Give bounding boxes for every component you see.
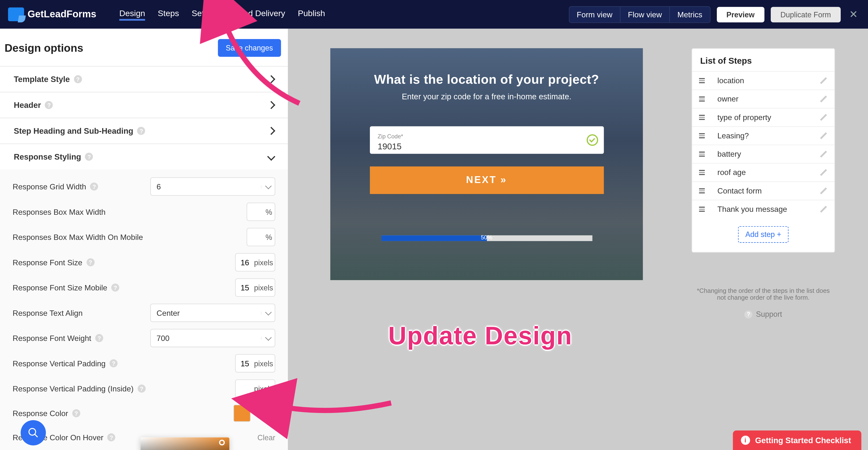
tab-settings[interactable]: Settings (192, 8, 222, 20)
step-name: Contact form (717, 187, 762, 195)
section-template-style[interactable]: Template Style? (0, 66, 288, 92)
box-max-width-input[interactable]: % (247, 202, 275, 221)
field-label: Responses Box Max Width (13, 207, 105, 216)
edit-icon[interactable] (819, 132, 828, 140)
step-name: location (717, 76, 744, 85)
help-icon[interactable]: ? (45, 101, 53, 109)
flow-view-button[interactable]: Flow view (620, 7, 669, 22)
step-item[interactable]: Leasing? (692, 126, 834, 144)
step-name: owner (717, 95, 739, 103)
preview-canvas: What is the location of your project? En… (288, 29, 868, 450)
section-label: Template Style (14, 75, 70, 84)
duplicate-form-button[interactable]: Duplicate Form (771, 7, 841, 22)
edit-icon[interactable] (819, 150, 828, 158)
text-align-select[interactable]: Center (150, 304, 275, 322)
drag-handle-icon[interactable] (699, 170, 705, 175)
edit-icon[interactable] (819, 187, 828, 195)
vpad-inside-input[interactable]: pixels (235, 379, 275, 398)
section-response-styling[interactable]: Response Styling? (0, 143, 288, 169)
help-fab[interactable] (21, 420, 46, 445)
drag-handle-icon[interactable] (699, 188, 705, 193)
edit-icon[interactable] (819, 77, 828, 85)
picker-cursor-icon[interactable] (219, 440, 225, 446)
field-label: Response Vertical Padding (Inside) (13, 384, 134, 393)
step-name: roof age (717, 168, 746, 177)
font-size-mobile-input[interactable]: pixels (235, 278, 275, 297)
help-icon[interactable]: ? (86, 258, 94, 266)
tab-publish[interactable]: Publish (298, 8, 325, 20)
grid-width-select[interactable]: 6 (150, 177, 275, 196)
section-label: Response Styling (14, 152, 81, 161)
drag-handle-icon[interactable] (699, 133, 705, 138)
tab-design[interactable]: Design (119, 8, 145, 20)
help-icon[interactable]: ? (74, 75, 82, 83)
edit-icon[interactable] (819, 168, 828, 176)
sidebar-title: Design options (5, 42, 83, 54)
color-picker-panel[interactable] (141, 437, 229, 450)
form-title: What is the location of your project? (374, 72, 599, 87)
help-icon[interactable]: ? (107, 433, 116, 442)
dropdown-icon (261, 337, 275, 339)
field-label: Response Grid Width (13, 182, 86, 191)
clear-color-link[interactable]: Clear (257, 433, 275, 442)
chevron-right-icon (267, 127, 275, 135)
section-label: Step Heading and Sub-Heading (14, 126, 133, 136)
field-label: Responses Box Max Width On Mobile (13, 233, 143, 241)
help-icon[interactable]: ? (85, 153, 93, 161)
step-name: Thank you message (717, 205, 787, 214)
drag-handle-icon[interactable] (699, 78, 705, 83)
vpad-input[interactable]: pixels (235, 354, 275, 372)
drag-handle-icon[interactable] (699, 152, 705, 157)
help-icon[interactable]: ? (137, 385, 146, 393)
checklist-button[interactable]: i Getting Started Checklist (733, 430, 861, 450)
step-item[interactable]: roof age (692, 163, 834, 181)
metrics-button[interactable]: Metrics (669, 7, 710, 22)
drag-handle-icon[interactable] (699, 207, 705, 212)
edit-icon[interactable] (819, 205, 828, 213)
tab-steps[interactable]: Steps (158, 8, 179, 20)
step-item[interactable]: Contact form (692, 181, 834, 200)
form-preview: What is the location of your project? En… (330, 48, 643, 280)
form-view-button[interactable]: Form view (569, 7, 620, 22)
drag-handle-icon[interactable] (699, 115, 705, 120)
next-button[interactable]: NEXT » (370, 166, 604, 194)
help-icon[interactable]: ? (112, 284, 120, 291)
valid-check-icon (586, 134, 598, 146)
logo-mark-icon (8, 7, 24, 21)
add-step-button[interactable]: Add step + (738, 226, 788, 243)
clear-color-link[interactable]: Clear (257, 409, 275, 418)
chevron-right-icon (267, 75, 275, 83)
zip-code-field[interactable]: Zip Code* 19015 (370, 126, 604, 154)
help-icon[interactable]: ? (90, 182, 98, 191)
section-step-heading[interactable]: Step Heading and Sub-Heading? (0, 118, 288, 143)
help-icon[interactable]: ? (72, 409, 80, 417)
step-item[interactable]: battery (692, 145, 834, 163)
help-icon[interactable]: ? (110, 359, 118, 367)
support-link[interactable]: ?Support (692, 310, 835, 318)
chevron-right-icon (267, 101, 275, 109)
tab-lead-delivery[interactable]: Lead Delivery (234, 8, 285, 20)
step-item[interactable]: owner (692, 89, 834, 108)
step-item[interactable]: type of property (692, 108, 834, 126)
drag-handle-icon[interactable] (699, 96, 705, 102)
font-size-input[interactable]: pixels (235, 253, 275, 271)
edit-icon[interactable] (819, 95, 828, 103)
dropdown-icon (261, 311, 275, 314)
save-changes-button[interactable]: Save changes (218, 39, 281, 57)
field-label: Response Vertical Padding (13, 359, 105, 367)
dropdown-icon (261, 185, 275, 188)
step-item[interactable]: location (692, 71, 834, 89)
preview-button[interactable]: Preview (717, 7, 764, 22)
close-icon[interactable]: ✕ (847, 8, 860, 21)
step-item[interactable]: Thank you message (692, 200, 834, 218)
help-icon[interactable]: ? (137, 127, 145, 135)
color-swatch[interactable] (233, 404, 251, 422)
top-navbar: GetLeadForms Design Steps Settings Lead … (0, 0, 868, 29)
font-weight-select[interactable]: 700 (150, 329, 275, 347)
section-label: Header (14, 101, 41, 110)
help-icon: ? (744, 310, 752, 318)
box-max-width-mobile-input[interactable]: % (247, 228, 275, 246)
edit-icon[interactable] (819, 113, 828, 121)
help-icon[interactable]: ? (95, 334, 103, 342)
section-header[interactable]: Header? (0, 92, 288, 118)
